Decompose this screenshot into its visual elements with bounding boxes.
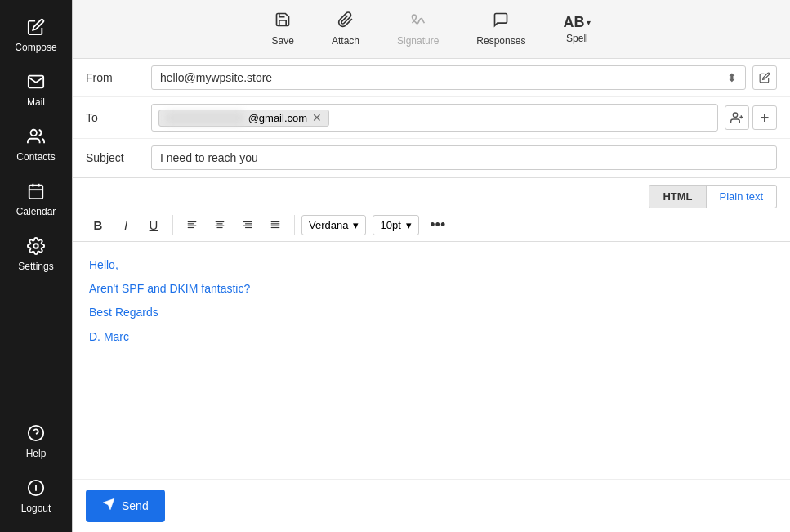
toolbar: Save Attach Signature R — [73, 0, 790, 59]
font-family-value: Verdana — [309, 219, 348, 231]
from-dropdown-arrow: ⬍ — [727, 71, 737, 84]
sidebar-item-compose[interactable]: Compose — [0, 8, 72, 63]
sidebar-item-help[interactable]: Help — [0, 414, 72, 469]
spell-label: Spell — [566, 33, 588, 44]
to-row: To xxxxxx.xxxxxxxx@gmail.com ✕ — [73, 97, 790, 139]
from-input[interactable]: hello@mywpsite.store ⬍ — [151, 65, 746, 90]
body-line-4: D. Marc — [89, 327, 774, 347]
logout-icon — [27, 479, 45, 499]
sidebar-item-label-settings: Settings — [18, 261, 53, 272]
sidebar-item-label-help: Help — [26, 448, 47, 459]
from-controls — [752, 65, 777, 90]
to-input[interactable]: xxxxxx.xxxxxxxx@gmail.com ✕ — [151, 104, 718, 132]
responses-button[interactable]: Responses — [470, 8, 532, 50]
send-icon — [102, 498, 115, 514]
subject-input[interactable] — [151, 145, 777, 170]
attach-label: Attach — [332, 35, 359, 47]
from-field: hello@mywpsite.store ⬍ — [151, 65, 777, 90]
spell-icon: AB — [563, 14, 584, 31]
svg-marker-29 — [103, 498, 114, 509]
justify-button[interactable] — [263, 213, 288, 236]
sidebar-item-label-logout: Logout — [21, 503, 51, 514]
tab-plain-text[interactable]: Plain text — [707, 185, 777, 208]
tab-html[interactable]: HTML — [649, 185, 706, 208]
compose-icon — [27, 18, 45, 38]
attach-button[interactable]: Attach — [325, 8, 366, 50]
subject-field — [151, 145, 777, 170]
recipient-email-domain: @gmail.com — [248, 112, 307, 124]
align-right-button[interactable] — [235, 213, 260, 236]
from-edit-button[interactable] — [752, 65, 777, 90]
signature-button[interactable]: Signature — [391, 8, 445, 50]
to-label: To — [86, 111, 151, 124]
from-row: From hello@mywpsite.store ⬍ — [73, 59, 790, 97]
compose-form: From hello@mywpsite.store ⬍ To — [73, 59, 790, 178]
align-left-button[interactable] — [180, 213, 204, 236]
svg-rect-1 — [29, 186, 43, 199]
settings-icon — [27, 237, 45, 257]
main-content: Save Attach Signature R — [72, 0, 790, 532]
sidebar-item-calendar[interactable]: Calendar — [0, 172, 72, 227]
svg-point-5 — [33, 244, 38, 248]
signature-icon — [410, 11, 426, 32]
attach-icon — [337, 11, 354, 32]
font-size-arrow: ▾ — [406, 219, 412, 231]
toolbar-divider-1 — [172, 215, 173, 235]
spell-dropdown-arrow: ▾ — [587, 18, 591, 27]
recipient-email-blurred: xxxxxx.xxxxxxxx — [166, 112, 243, 124]
editor-toolbar: B I U Verdana ▾ 1 — [73, 208, 790, 242]
bold-button[interactable]: B — [86, 213, 110, 236]
font-family-arrow: ▾ — [353, 219, 359, 231]
underline-button[interactable]: U — [141, 213, 166, 236]
save-icon — [274, 11, 291, 32]
send-button[interactable]: Send — [86, 490, 165, 522]
add-recipient-button[interactable]: + — [752, 105, 777, 130]
italic-button[interactable]: I — [114, 213, 138, 236]
sidebar-item-label-contacts: Contacts — [16, 151, 55, 163]
sidebar-item-logout[interactable]: Logout — [0, 469, 72, 524]
from-value: hello@mywpsite.store — [160, 71, 272, 84]
sidebar-item-settings[interactable]: Settings — [0, 227, 72, 282]
align-center-button[interactable] — [208, 213, 232, 236]
recipient-tag: xxxxxx.xxxxxxxx@gmail.com ✕ — [158, 110, 329, 127]
sidebar: Compose Mail Contacts — [0, 0, 72, 532]
mail-icon — [27, 73, 45, 93]
body-line-1: Hello, — [89, 255, 774, 275]
signature-label: Signature — [397, 35, 439, 47]
email-body[interactable]: Hello, Aren't SPF and DKIM fantastic? Be… — [73, 242, 790, 479]
body-line-3: Best Regards — [89, 302, 774, 323]
body-line-2: Aren't SPF and DKIM fantastic? — [89, 279, 774, 299]
font-size-select[interactable]: 10pt ▾ — [373, 215, 418, 235]
sidebar-item-mail[interactable]: Mail — [0, 63, 72, 118]
responses-label: Responses — [476, 35, 525, 47]
sidebar-item-label-mail: Mail — [27, 96, 45, 108]
sidebar-item-label-compose: Compose — [15, 42, 56, 53]
subject-row: Subject — [73, 139, 790, 177]
font-family-select[interactable]: Verdana ▾ — [301, 215, 366, 235]
toolbar-divider-2 — [294, 215, 295, 235]
to-actions: + — [725, 105, 777, 130]
calendar-icon — [27, 182, 45, 203]
format-tabs: HTML Plain text — [73, 178, 790, 208]
help-icon — [27, 424, 45, 445]
contacts-icon — [27, 127, 45, 148]
to-field: xxxxxx.xxxxxxxx@gmail.com ✕ + — [151, 104, 777, 132]
sidebar-item-label-calendar: Calendar — [16, 206, 56, 217]
recipient-remove-button[interactable]: ✕ — [312, 112, 322, 123]
svg-point-11 — [733, 113, 737, 117]
footer: Send — [73, 479, 790, 532]
responses-icon — [493, 11, 509, 32]
font-size-value: 10pt — [380, 219, 400, 231]
subject-label: Subject — [86, 151, 151, 164]
from-label: From — [86, 71, 151, 84]
sidebar-item-contacts[interactable]: Contacts — [0, 118, 72, 172]
save-label: Save — [272, 35, 294, 47]
add-contact-button[interactable] — [725, 105, 749, 130]
save-button[interactable]: Save — [266, 8, 301, 50]
svg-point-0 — [31, 130, 37, 136]
spell-button[interactable]: AB ▾ Spell — [556, 11, 597, 47]
send-label: Send — [122, 499, 149, 512]
more-options-button[interactable]: ••• — [426, 213, 450, 236]
